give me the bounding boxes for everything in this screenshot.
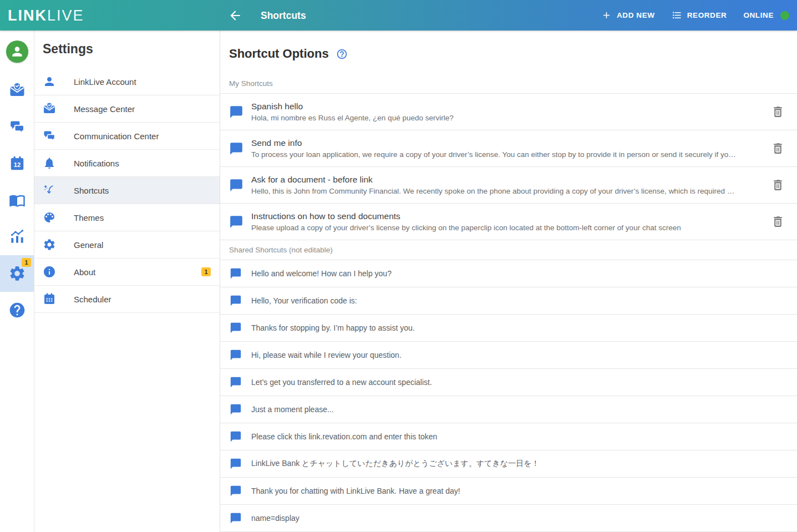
rail-item-message-center[interactable] <box>0 72 34 109</box>
app-logo: LINKLIVE <box>8 7 84 24</box>
rail-item-settings[interactable]: 1 <box>0 255 34 292</box>
reorder-label: REORDER <box>687 11 727 19</box>
shared-shortcuts-label: Shared Shortcuts (not editable) <box>220 240 797 260</box>
delete-shortcut-button[interactable] <box>771 215 785 229</box>
back-button[interactable] <box>226 7 244 24</box>
shared-shortcut-text: Please click this link.revation.com and … <box>251 432 437 441</box>
person-icon <box>10 44 24 59</box>
info-icon <box>43 265 56 278</box>
shortcut-description: Hola, mi nombre es Russ el Agente, ¿en q… <box>251 114 761 122</box>
chat-bubble-icon <box>229 178 243 192</box>
sidebar-item-shortcuts[interactable]: Shortcuts <box>34 177 220 204</box>
shared-shortcut-row: LinkLive Bank とチャットしていただきありがとうございます。すてきな… <box>220 450 797 478</box>
shared-shortcut-text: name=display <box>251 514 299 523</box>
open-book-icon <box>9 192 26 209</box>
settings-notification-badge: 1 <box>22 258 31 267</box>
settings-sidebar: Settings LinkLive Account Message Center… <box>34 31 220 532</box>
sidebar-item-label: Communication Center <box>74 131 159 141</box>
bell-icon <box>43 156 56 170</box>
shortcut-description: Please upload a copy of your driver’s li… <box>251 224 761 232</box>
sidebar-item-about[interactable]: About 1 <box>34 259 220 286</box>
trash-icon <box>771 141 785 155</box>
rail-item-help[interactable] <box>0 292 34 328</box>
my-shortcuts-label: My Shortcuts <box>220 79 797 94</box>
chat-bubble-icon <box>230 430 242 443</box>
gear-icon <box>8 265 26 282</box>
chat-bubble-icon <box>230 349 242 361</box>
reorder-list-icon <box>672 10 682 21</box>
shortcut-title: Ask for a document - before link <box>251 175 761 185</box>
shortcuts-icon <box>43 184 56 197</box>
calendar-day-number: 12 <box>13 161 21 168</box>
sidebar-item-communication-center[interactable]: Communication Center <box>34 123 220 150</box>
person-icon <box>43 75 56 88</box>
section-title: Shortcut Options <box>229 47 329 61</box>
sidebar-item-scheduler[interactable]: Scheduler <box>34 286 220 313</box>
my-shortcut-row[interactable]: Instructions on how to send documents Pl… <box>220 204 797 240</box>
logo-light: LIVE <box>47 7 84 24</box>
sidebar-item-label: Notifications <box>74 159 119 168</box>
help-icon <box>8 301 26 319</box>
sidebar-item-themes[interactable]: Themes <box>34 204 220 231</box>
gear-icon <box>43 238 56 251</box>
shared-shortcut-text: Just a moment please... <box>251 405 334 414</box>
rail-item-profile[interactable] <box>0 31 34 72</box>
shared-shortcut-row: Thank you for chatting with LinkLive Ban… <box>220 478 797 505</box>
rail-item-calendar[interactable]: 12 <box>0 145 34 182</box>
sidebar-item-label: Shortcuts <box>74 186 109 195</box>
shared-shortcut-row: Hello, Your verification code is: <box>220 287 797 315</box>
chat-bubble-icon <box>230 458 242 470</box>
shared-shortcut-row: Please click this link.revation.com and … <box>220 423 797 450</box>
rail-item-communication-center[interactable] <box>0 109 34 145</box>
delete-shortcut-button[interactable] <box>771 141 785 155</box>
sidebar-item-notifications[interactable]: Notifications <box>34 150 220 177</box>
chat-bubbles-icon <box>9 119 26 135</box>
icon-rail: 12 1 <box>0 31 34 532</box>
shared-shortcut-text: Thank you for chatting with LinkLive Ban… <box>251 487 460 495</box>
plus-icon <box>601 10 612 21</box>
scheduler-calendar-icon <box>43 292 56 306</box>
palette-icon <box>43 211 56 224</box>
logo-bold: LINK <box>8 7 47 24</box>
shared-shortcut-text: LinkLive Bank とチャットしていただきありがとうございます。すてきな… <box>251 459 540 469</box>
shortcut-title: Spanish hello <box>251 102 761 112</box>
shortcut-title: Instructions on how to send documents <box>251 211 761 221</box>
shared-shortcut-row: Just a moment please... <box>220 396 797 423</box>
my-shortcut-row[interactable]: Send me info To process your loan applic… <box>220 130 797 167</box>
chat-bubble-icon <box>230 267 242 280</box>
app-header: LINKLIVE Shortcuts ADD NEW REORDER ONLIN… <box>0 0 797 31</box>
sidebar-item-label: Scheduler <box>74 295 111 304</box>
shared-shortcut-text: Hi, please wait while I review your ques… <box>251 351 402 359</box>
add-new-button[interactable]: ADD NEW <box>601 10 655 21</box>
chat-bubbles-icon <box>43 129 56 143</box>
sidebar-item-linklive-account[interactable]: LinkLive Account <box>34 68 220 95</box>
rail-item-analytics[interactable] <box>0 219 34 255</box>
verified-mail-icon <box>9 82 26 99</box>
sidebar-title: Settings <box>34 31 220 68</box>
shortcut-description: Hello, this is John from Community Finan… <box>251 187 761 195</box>
my-shortcut-row[interactable]: Ask for a document - before link Hello, … <box>220 167 797 204</box>
sidebar-item-label: LinkLive Account <box>74 77 136 87</box>
sidebar-item-general[interactable]: General <box>34 231 220 259</box>
trash-icon <box>771 105 785 119</box>
delete-shortcut-button[interactable] <box>771 105 785 119</box>
shared-shortcut-row: Hello and welcome! How can I help you? <box>220 260 797 287</box>
shortcut-title: Send me info <box>251 138 761 148</box>
analytics-chart-icon <box>9 229 26 245</box>
shared-shortcut-row: Let’s get you transferred to a new accou… <box>220 369 797 396</box>
shared-shortcut-text: Thanks for stopping by. I’m happy to ass… <box>251 323 415 332</box>
delete-shortcut-button[interactable] <box>771 178 785 192</box>
shared-shortcut-row: Thanks for stopping by. I’m happy to ass… <box>220 315 797 342</box>
rail-item-knowledge[interactable] <box>0 182 34 219</box>
help-tooltip-button[interactable] <box>336 48 348 60</box>
online-status[interactable]: ONLINE <box>743 11 789 20</box>
add-new-label: ADD NEW <box>617 11 655 19</box>
shared-shortcut-row: name=display <box>220 505 797 532</box>
sidebar-item-message-center[interactable]: Message Center <box>34 95 220 123</box>
sidebar-item-label: Themes <box>74 213 104 222</box>
my-shortcut-row[interactable]: Spanish hello Hola, mi nombre es Russ el… <box>220 94 797 130</box>
about-notification-badge: 1 <box>201 267 211 276</box>
chat-bubble-icon <box>230 512 242 524</box>
reorder-button[interactable]: REORDER <box>672 10 727 21</box>
chat-bubble-icon <box>229 141 243 156</box>
